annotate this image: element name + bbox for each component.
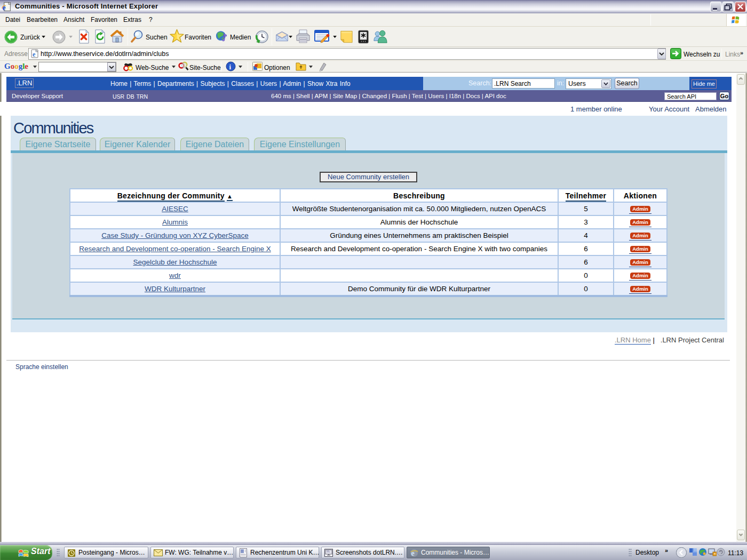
svg-text:i: i — [229, 63, 232, 71]
svg-text:e: e — [3, 4, 6, 12]
svg-text:e: e — [33, 51, 36, 58]
